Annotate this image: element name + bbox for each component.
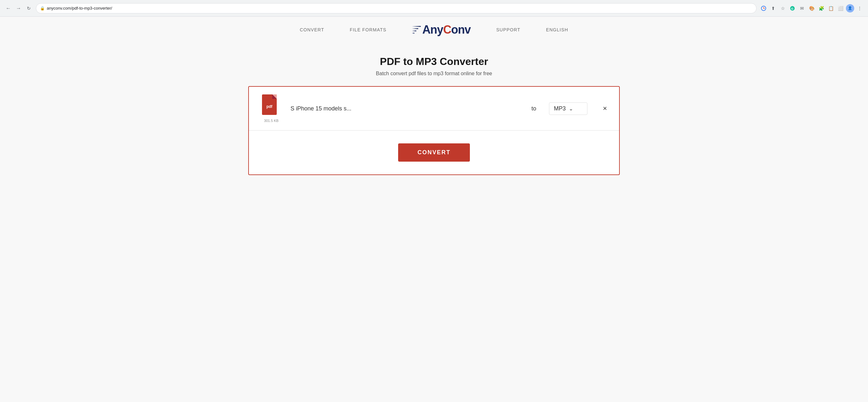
file-icon-wrap: pdf 301.5 KB — [258, 94, 284, 123]
forward-button[interactable]: → — [14, 4, 23, 13]
format-selector[interactable]: MP3 ⌄ — [549, 102, 587, 115]
url-text: anyconv.com/pdf-to-mp3-converter/ — [47, 6, 752, 10]
nav-support[interactable]: SUPPORT — [496, 27, 520, 32]
media-button[interactable]: 📋 — [826, 4, 835, 13]
lock-icon: 🔒 — [40, 6, 45, 10]
page-content: CONVERT FILE FORMATS AnyConv SUPPORT ENG… — [0, 16, 868, 402]
page-subtitle: Batch convert pdf files to mp3 format on… — [6, 71, 862, 76]
window-button[interactable]: ⬜ — [836, 4, 845, 13]
share-button[interactable]: ⬆ — [769, 4, 778, 13]
logo-text: AnyConv — [422, 23, 470, 36]
menu-button[interactable]: ⋮ — [855, 4, 864, 13]
profile-button[interactable]: 👤 — [845, 4, 855, 13]
reload-button[interactable]: ↻ — [24, 4, 33, 13]
nav-buttons: ← → ↻ — [4, 4, 33, 13]
google-icon-btn[interactable] — [759, 4, 768, 13]
converter-file-row: pdf 301.5 KB S iPhone 15 models s... to … — [249, 87, 619, 131]
logo-onv: onv — [451, 23, 470, 36]
pdf-icon-svg: pdf — [262, 94, 281, 117]
logo-any: Any — [422, 23, 443, 36]
grammarly-button[interactable]: G — [788, 4, 797, 13]
page-title: PDF to MP3 Converter — [6, 56, 862, 68]
chevron-down-icon: ⌄ — [569, 106, 573, 112]
convert-button[interactable]: CONVERT — [398, 143, 470, 162]
converter-action-row: CONVERT — [249, 131, 619, 174]
logo[interactable]: AnyConv — [412, 23, 470, 36]
bookmark-button[interactable]: ☆ — [778, 4, 787, 13]
converter-box: pdf 301.5 KB S iPhone 15 models s... to … — [248, 86, 620, 175]
logo-c: C — [443, 23, 451, 36]
speed-line-2 — [412, 28, 418, 29]
nav-english[interactable]: ENGLISH — [546, 27, 568, 32]
converter-wrapper: pdf 301.5 KB S iPhone 15 models s... to … — [0, 86, 868, 175]
extensions-button[interactable]: 🧩 — [817, 4, 826, 13]
top-nav: CONVERT FILE FORMATS AnyConv SUPPORT ENG… — [0, 16, 868, 43]
browser-chrome: ← → ↻ 🔒 anyconv.com/pdf-to-mp3-converter… — [0, 0, 868, 16]
pdf-icon: pdf — [262, 94, 281, 117]
back-button[interactable]: ← — [4, 4, 13, 13]
speed-lines-icon — [412, 26, 421, 34]
avatar: 👤 — [846, 4, 854, 12]
speed-line-1 — [412, 26, 421, 27]
nav-convert[interactable]: CONVERT — [300, 27, 324, 32]
color-picker-button[interactable]: 🎨 — [807, 4, 816, 13]
file-size: 301.5 KB — [264, 119, 278, 123]
svg-text:pdf: pdf — [267, 104, 273, 109]
remove-file-button[interactable]: × — [600, 103, 610, 114]
format-label: MP3 — [554, 105, 566, 112]
speed-line-4 — [412, 33, 414, 34]
speed-line-3 — [412, 30, 416, 31]
address-bar[interactable]: 🔒 anyconv.com/pdf-to-mp3-converter/ — [36, 3, 756, 13]
nav-file-formats[interactable]: FILE FORMATS — [350, 27, 386, 32]
browser-actions: ⬆ ☆ G ✉ 🎨 🧩 📋 ⬜ 👤 ⋮ — [759, 4, 864, 13]
hero-section: PDF to MP3 Converter Batch convert pdf f… — [0, 43, 868, 86]
file-name: S iPhone 15 models s... — [290, 105, 519, 112]
to-label: to — [531, 105, 536, 112]
svg-text:G: G — [791, 7, 794, 10]
mail-button[interactable]: ✉ — [798, 4, 806, 13]
